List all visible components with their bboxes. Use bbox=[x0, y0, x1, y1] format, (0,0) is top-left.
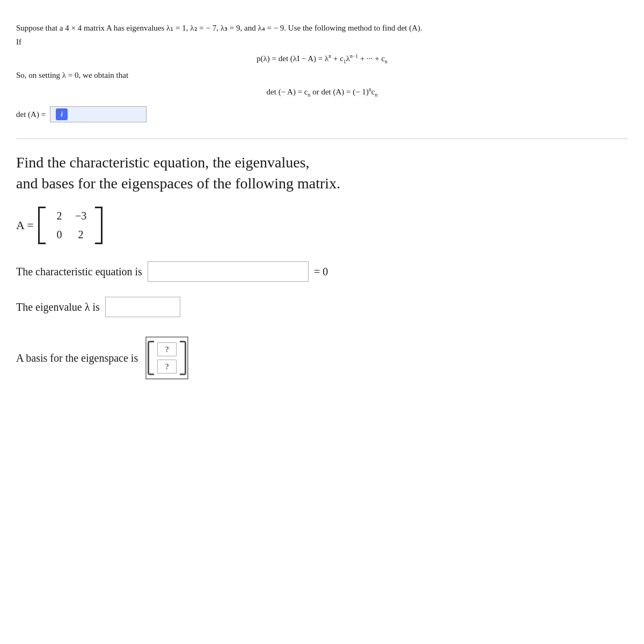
formula-2: det (− A) = cn or det (A) = (− 1)ncn bbox=[16, 86, 628, 98]
matrix-inner: 2 −3 0 2 bbox=[46, 204, 95, 246]
eigenvalue-label: The eigenvalue λ is bbox=[16, 301, 100, 313]
basis-slot-bottom[interactable]: ? bbox=[157, 360, 177, 374]
det-answer-row: det (A) = i bbox=[16, 106, 628, 122]
paren-right-icon bbox=[180, 341, 186, 375]
section-divider bbox=[16, 138, 628, 139]
problem-2-section: Find the characteristic equation, the ei… bbox=[16, 152, 628, 379]
problem-1-line1: Suppose that a 4 × 4 matrix A has eigenv… bbox=[16, 21, 628, 34]
eigenvalue-row: The eigenvalue λ is bbox=[16, 297, 628, 317]
title-line-1: Find the characteristic equation, the ei… bbox=[16, 152, 628, 173]
basis-inner: ? ? bbox=[156, 342, 178, 374]
problem-2-title: Find the characteristic equation, the ei… bbox=[16, 152, 628, 194]
bracket-left-icon bbox=[38, 207, 46, 244]
matrix-r2c2: 2 bbox=[70, 225, 92, 244]
basis-row: A basis for the eigenspace is ? ? bbox=[16, 336, 628, 379]
paren-left-icon bbox=[148, 341, 154, 375]
formula-2-text: det (− A) = cn or det (A) = (− 1)ncn bbox=[267, 87, 378, 96]
det-input-box[interactable]: i bbox=[50, 106, 147, 122]
bracket-right-icon bbox=[95, 207, 103, 244]
basis-top-value: ? bbox=[165, 345, 169, 354]
matrix-label: A = bbox=[16, 218, 34, 232]
char-eq-equals-zero: = 0 bbox=[314, 266, 328, 278]
char-eq-label: The characteristic equation is bbox=[16, 266, 142, 278]
matrix-bracket: 2 −3 0 2 bbox=[38, 204, 103, 246]
problem-1-section: Suppose that a 4 × 4 matrix A has eigenv… bbox=[16, 21, 628, 122]
basis-vector-container: ? ? bbox=[145, 336, 188, 379]
info-icon[interactable]: i bbox=[56, 108, 68, 120]
basis-label: A basis for the eigenspace is bbox=[16, 352, 138, 364]
problem-1-line2: If bbox=[16, 38, 628, 47]
basis-bottom-value: ? bbox=[165, 362, 169, 371]
matrix-r2c1: 0 bbox=[49, 225, 70, 244]
det-label: det (A) = bbox=[16, 110, 46, 119]
eigenvalue-input[interactable] bbox=[105, 297, 180, 317]
formula-1-text: p(λ) = det (λI − A) = λn + c1λn−1 + ··· … bbox=[257, 54, 387, 63]
matrix-r1c1: 2 bbox=[49, 207, 70, 225]
title-line-2: and bases for the eigenspaces of the fol… bbox=[16, 173, 628, 194]
basis-slot-top[interactable]: ? bbox=[157, 342, 177, 356]
matrix-display: A = 2 −3 0 2 bbox=[16, 204, 628, 246]
matrix-r1c2: −3 bbox=[70, 207, 92, 225]
characteristic-eq-row: The characteristic equation is = 0 bbox=[16, 261, 628, 282]
char-eq-input[interactable] bbox=[148, 261, 309, 282]
formula-1: p(λ) = det (λI − A) = λn + c1λn−1 + ··· … bbox=[16, 53, 628, 64]
problem-1-line3: So, on setting λ = 0, we obtain that bbox=[16, 71, 628, 80]
